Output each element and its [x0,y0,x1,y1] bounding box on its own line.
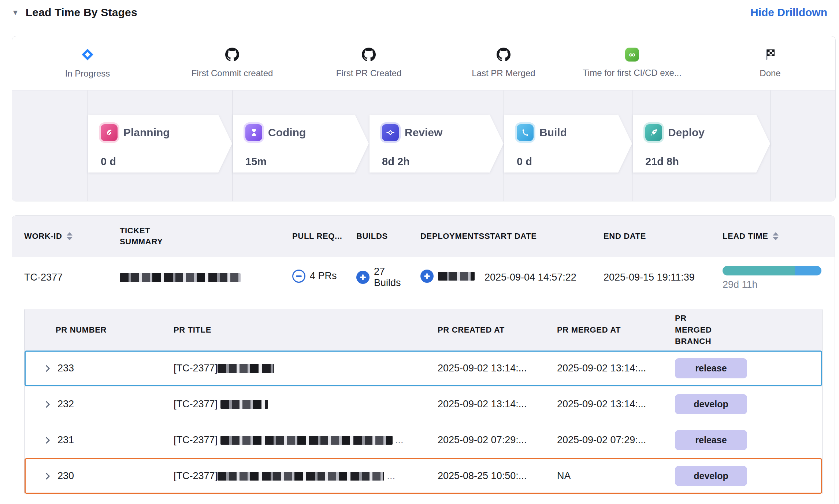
collapse-triangle-icon[interactable]: ▼ [12,9,19,16]
stage-divider [770,90,771,201]
milestone-label: Time for first CI/CD exe... [566,68,698,78]
pull-requests-cell[interactable]: 4 PRs [278,270,342,285]
lead-time-drilldown-screen: ▼ Lead Time By Stages Hide Drilldown In … [0,0,839,504]
pr-created-at: 2025-09-02 07:29:... [438,434,557,446]
stage-deploy: Deploy 21d 8h [633,115,770,173]
column-builds: BUILDS [342,231,406,242]
pr-merged-at: 2025-09-02 13:14:... [557,363,675,374]
stage-divider [232,90,233,201]
chevron-right-icon[interactable] [43,436,52,445]
stage-duration: 21d 8h [645,156,770,168]
github-icon [225,47,239,63]
pr-merged-at: 2025-09-02 07:29:... [557,434,675,446]
pr-created-at: 2025-08-25 10:50:... [438,470,557,482]
sort-icon[interactable] [773,232,779,240]
work-item-row[interactable]: TC-2377 4 PRs 27 Builds [12,257,835,298]
expand-builds-icon[interactable] [356,271,370,284]
stage-name: Deploy [668,126,705,139]
pr-title: [TC-2377] ... [174,470,438,482]
stage-duration: 0 d [517,156,632,168]
stage-divider [632,90,632,201]
lead-time-value: 29d 11h [723,279,835,290]
expand-deployments-icon[interactable] [420,270,434,283]
jira-status-icon [80,47,95,63]
redacted-text [218,472,384,481]
stage-duration: 15m [245,156,369,168]
pr-row-232[interactable]: 232 [TC-2377] 2025-09-02 13:14:... 2025-… [25,386,822,422]
stage-name: Build [539,126,567,139]
work-table-header: WORK-ID TICKET SUMMARY PULL REQ... BUILD… [12,216,835,257]
chevron-right-icon[interactable] [43,400,52,409]
work-id-cell: TC-2377 [12,272,107,283]
lead-time-cell: 29d 11h [709,264,835,290]
milestone-first-pr: First PR Created [303,47,435,78]
planning-icon [101,124,118,141]
milestone-first-commit: First Commit created [166,47,298,78]
branch-badge: develop [675,394,747,414]
branch-badge: release [675,430,747,450]
builds-cell[interactable]: 27 Builds [342,266,406,289]
pr-created-at: 2025-09-02 13:14:... [438,399,557,410]
pr-branch-cell: release [675,430,822,450]
redacted-text [220,436,393,445]
pr-branch-cell: release [675,358,822,378]
titlebar: ▼ Lead Time By Stages Hide Drilldown [12,4,827,21]
pr-title: [TC-2377] [174,399,438,410]
pr-number: 231 [57,434,74,446]
column-deployments: DEPLOYMENTS [406,231,471,242]
stage-name: Review [405,126,442,139]
pr-table-header: PR NUMBER PR TITLE PR CREATED AT PR MERG… [25,309,822,351]
branch-badge: release [675,358,747,378]
stage-planning: Planning 0 d [88,115,232,173]
pr-title: [TC-2377] [174,363,438,374]
stage-name: Planning [123,126,170,139]
stage-divider [369,90,369,201]
end-date-cell: 2025-09-15 19:11:39 [590,272,709,283]
redacted-text [220,400,268,409]
redacted-text [438,272,475,281]
pr-number: 233 [57,363,74,374]
pr-merged-at: 2025-09-02 13:14:... [557,399,675,410]
pr-created-at: 2025-09-02 13:14:... [438,363,557,374]
column-work-id[interactable]: WORK-ID [12,231,107,242]
milestone-label: Last PR Merged [438,68,569,78]
collapse-prs-icon[interactable] [292,270,305,283]
deployments-cell[interactable] [406,270,471,285]
pr-row-231[interactable]: 231 [TC-2377] ... 2025-09-02 07:29:... 2… [25,422,822,458]
column-pr-merged-at: PR MERGED AT [557,324,675,336]
pr-row-230[interactable]: 230 [TC-2377] ... 2025-08-25 10:50:... N… [25,458,822,494]
milestone-label: First PR Created [303,68,435,78]
hide-drilldown-link[interactable]: Hide Drilldown [750,6,827,19]
branch-badge: develop [675,466,747,486]
hourglass-icon [245,124,262,141]
stage-build: Build 0 d [504,115,632,173]
milestone-in-progress: In Progress [22,47,153,79]
stage-divider [504,90,504,201]
page-title: Lead Time By Stages [26,6,137,19]
chevron-right-icon[interactable] [43,471,52,481]
column-lead-time[interactable]: LEAD TIME [709,231,835,242]
column-pr-created-at: PR CREATED AT [438,324,557,336]
chevron-right-icon[interactable] [43,364,52,373]
milestone-done: Done [704,47,836,78]
stage-coding: Coding 15m [233,115,369,173]
milestone-label: Done [704,68,836,78]
github-icon [362,47,376,63]
pr-title: [TC-2377] ... [174,434,438,446]
milestone-cicd: ∞ Time for first CI/CD exe... [566,47,698,78]
review-icon [382,124,399,141]
pr-branch-cell: develop [675,394,822,414]
pr-table: PR NUMBER PR TITLE PR CREATED AT PR MERG… [24,309,823,494]
stages-card: In Progress First Commit created First P… [12,36,836,201]
sort-icon[interactable] [67,232,73,240]
redacted-text [218,364,274,373]
column-start-date: START DATE [471,231,590,242]
rocket-icon [645,124,662,141]
stage-duration: 0 d [101,156,232,168]
milestone-label: In Progress [22,68,153,79]
pr-row-233[interactable]: 233 [TC-2377] 2025-09-02 13:14:... 2025-… [25,351,822,386]
lead-time-bar [723,266,821,275]
work-items-card: WORK-ID TICKET SUMMARY PULL REQ... BUILD… [12,215,835,504]
stage-review: Review 8d 2h [370,115,504,173]
stage-band: Planning 0 d Coding 15m [12,90,835,201]
